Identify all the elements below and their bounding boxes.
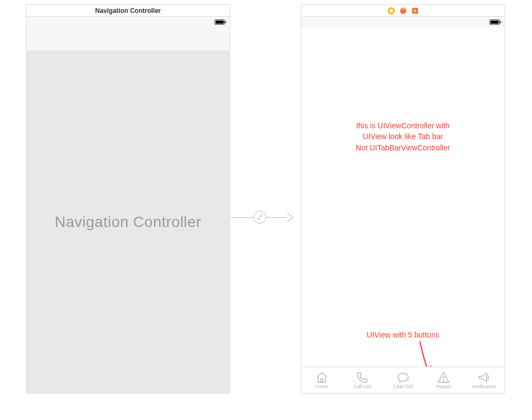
scene-title: Navigation Controller [95, 7, 161, 15]
phone-icon [356, 371, 369, 383]
annotation-line: Not UITabBarViewController [301, 142, 505, 153]
svg-rect-1 [216, 20, 224, 24]
status-bar [301, 17, 505, 27]
view-controller-scene[interactable]: this is UIViewController with UIView loo… [301, 4, 505, 394]
arrowhead-icon [287, 212, 294, 222]
segue-line [266, 217, 287, 218]
navigation-bar [26, 27, 230, 51]
svg-point-7 [389, 9, 392, 12]
battery-icon [489, 17, 501, 27]
battery-icon [215, 17, 226, 27]
status-bar [26, 17, 230, 27]
view-controller-content: this is UIViewController with UIView loo… [301, 27, 505, 393]
navigation-controller-scene[interactable]: Navigation Controller Navigation Control… [26, 4, 230, 394]
tab-label: Home [315, 384, 328, 389]
exit-icon[interactable] [411, 7, 419, 15]
svg-point-4 [260, 215, 262, 216]
segue-relationship-icon [253, 211, 266, 224]
annotation-text: this is UIViewController with UIView loo… [301, 120, 505, 153]
tab-label: Call GM [354, 384, 371, 389]
svg-point-3 [257, 218, 259, 219]
segue-line [231, 217, 253, 218]
annotation-text: UIView with 5 buttons [301, 329, 505, 340]
viewcontroller-icon[interactable] [388, 7, 395, 15]
custom-tab-bar: Home Call GM Chat GM Report [301, 367, 505, 393]
tab-call-gm[interactable]: Call GM [342, 367, 382, 393]
tab-label: Chat GM [393, 384, 413, 389]
chat-icon [397, 371, 410, 383]
placeholder-label: Navigation Controller [55, 214, 202, 231]
scene-title-bar[interactable]: Navigation Controller [26, 5, 230, 17]
first-responder-icon[interactable] [399, 7, 407, 15]
svg-rect-2 [225, 21, 226, 23]
annotation-line: this is UIViewController with [301, 120, 505, 131]
home-icon [315, 371, 328, 383]
tab-chat-gm[interactable]: Chat GM [383, 367, 423, 393]
svg-rect-10 [490, 20, 499, 24]
scene-title-bar[interactable] [301, 5, 505, 17]
megaphone-icon [478, 371, 490, 383]
navigation-controller-placeholder: Navigation Controller [26, 51, 230, 393]
warning-icon [437, 371, 450, 383]
tab-report[interactable]: Report [423, 367, 464, 393]
svg-rect-11 [500, 21, 501, 23]
segue-arrow[interactable] [231, 211, 294, 224]
svg-line-5 [259, 216, 261, 218]
annotation-line: UIView with 5 buttons [367, 331, 439, 339]
svg-point-13 [443, 380, 444, 381]
svg-rect-8 [412, 8, 418, 13]
tab-notification[interactable]: Notification [464, 367, 505, 393]
annotation-line: UIView look like Tab bar [301, 131, 505, 142]
tab-home[interactable]: Home [301, 367, 342, 393]
tab-label: Report [436, 384, 451, 389]
tab-label: Notification [472, 384, 496, 389]
